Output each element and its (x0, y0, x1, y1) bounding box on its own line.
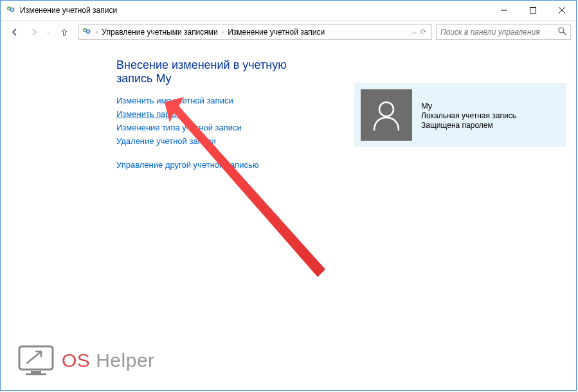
breadcrumb-dropdown[interactable]: ⌵ (412, 28, 417, 36)
manage-other-link[interactable]: Управление другой учетной записью (116, 160, 309, 170)
maximize-button[interactable] (518, 1, 547, 20)
change-type-link[interactable]: Изменение типа учетной записи (116, 123, 309, 132)
content-area: Внесение изменений в учетную запись My И… (1, 43, 576, 170)
account-name: My (421, 101, 516, 111)
svg-point-11 (87, 30, 89, 33)
breadcrumb-icon (82, 27, 92, 37)
chevron-right-icon: › (221, 28, 225, 35)
chevron-right-icon: › (95, 28, 99, 35)
change-name-link[interactable]: Изменить имя учетной записи (116, 96, 309, 105)
task-links: Изменить имя учетной записи Изменить пар… (116, 96, 309, 170)
refresh-button[interactable]: ⟳ (420, 28, 426, 36)
svg-rect-5 (530, 8, 536, 13)
delete-account-link[interactable]: Удаление учетной записи (116, 136, 309, 146)
window-title: Изменение учетной записи (20, 6, 489, 15)
minimize-button[interactable] (489, 1, 518, 20)
toolbar: ⌵ › Управление учетными записями › Измен… (1, 20, 576, 43)
account-card[interactable]: My Локальная учетная запись Защищена пар… (354, 83, 566, 147)
window-frame: Изменение учетной записи ⌵ (0, 0, 577, 391)
svg-rect-16 (19, 346, 53, 370)
window-controls (489, 1, 576, 20)
page-title: Внесение изменений в учетную запись My (116, 58, 309, 85)
svg-line-13 (563, 32, 566, 35)
watermark: OS Helper (17, 344, 155, 377)
watermark-logo-icon (17, 344, 55, 377)
svg-point-12 (559, 28, 564, 33)
up-button[interactable] (57, 24, 72, 40)
watermark-text: OS Helper (62, 350, 155, 371)
app-icon (6, 5, 16, 15)
close-button[interactable] (547, 1, 576, 20)
task-panel: Внесение изменений в учетную запись My И… (116, 58, 309, 170)
svg-point-10 (84, 29, 86, 31)
search-icon[interactable] (558, 27, 566, 37)
forward-button[interactable] (25, 23, 43, 41)
change-password-link[interactable]: Изменить пароль (116, 109, 309, 119)
search-input[interactable] (440, 28, 558, 37)
watermark-os: OS (62, 350, 90, 371)
search-box[interactable] (436, 24, 571, 40)
history-dropdown[interactable]: ⌵ (44, 25, 53, 39)
account-info: My Локальная учетная запись Защищена пар… (421, 101, 516, 130)
account-protection: Защищена паролем (421, 121, 516, 130)
breadcrumb[interactable]: › Управление учетными записями › Изменен… (78, 24, 432, 40)
breadcrumb-item[interactable]: Управление учетными записями (99, 26, 220, 38)
breadcrumb-item[interactable]: Изменение учетной записи (225, 26, 327, 38)
svg-rect-17 (31, 371, 41, 373)
watermark-helper: Helper (96, 350, 154, 371)
svg-point-2 (8, 8, 10, 10)
avatar (361, 89, 412, 141)
svg-rect-18 (26, 373, 46, 375)
svg-point-14 (379, 102, 393, 116)
account-type: Локальная учетная запись (421, 111, 516, 120)
back-button[interactable] (6, 23, 24, 41)
titlebar: Изменение учетной записи (1, 1, 576, 20)
svg-point-3 (11, 8, 14, 11)
